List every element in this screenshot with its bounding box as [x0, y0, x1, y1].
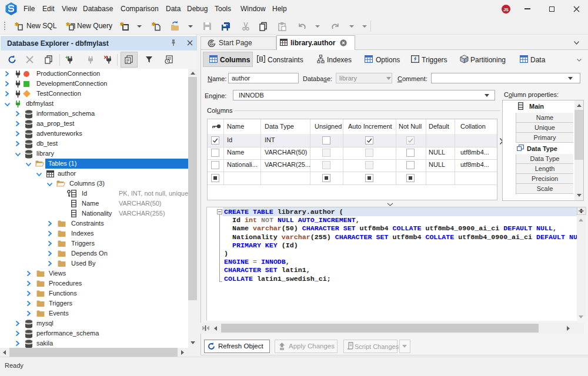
svg-text:+: + [65, 55, 68, 61]
svg-text:JS: JS [503, 8, 509, 12]
